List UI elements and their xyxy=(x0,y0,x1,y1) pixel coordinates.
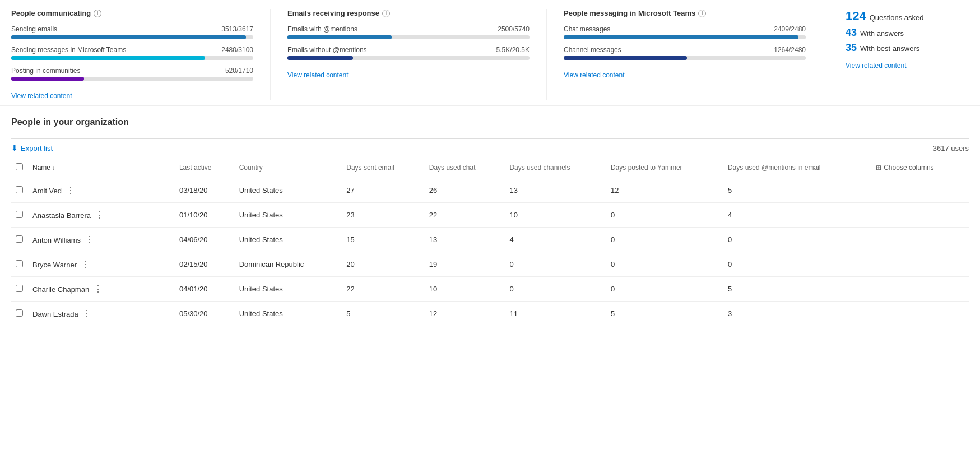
row-days-sent-email: 5 xyxy=(342,302,425,326)
row-checkbox[interactable] xyxy=(16,309,23,317)
emails-no-mentions-bar-bg xyxy=(287,56,530,60)
people-messaging-view-link[interactable]: View related content xyxy=(564,71,625,79)
row-days-sent-email: 27 xyxy=(342,178,425,203)
row-actions xyxy=(871,178,969,203)
row-days-used-channels: 13 xyxy=(505,178,606,203)
row-checkbox[interactable] xyxy=(16,260,23,267)
export-list-button[interactable]: ⬇ Export list xyxy=(11,143,53,152)
checkbox-col-header xyxy=(11,157,28,178)
org-section: People in your organization ⬇ Export lis… xyxy=(0,106,980,326)
emails-mentions-metric: Emails with @mentions 2500/5740 xyxy=(287,25,530,39)
sending-teams-label: Sending messages in Microsoft Teams xyxy=(11,46,126,54)
questions-asked-stat: 124 Questions asked xyxy=(846,9,969,24)
row-checkbox-cell xyxy=(11,302,28,326)
row-checkbox-cell xyxy=(11,252,28,277)
row-days-used-mentions: 4 xyxy=(723,203,871,228)
row-name-cell: Anastasia Barrera ⋮ xyxy=(28,203,175,228)
row-days-used-mentions: 0 xyxy=(723,252,871,277)
row-days-posted-yammer: 0 xyxy=(606,228,723,252)
with-answers-label: With answers xyxy=(860,29,904,38)
row-name: Anton Williams xyxy=(32,236,81,244)
sending-teams-metric: Sending messages in Microsoft Teams 2480… xyxy=(11,46,253,60)
chat-messages-bar-fill xyxy=(564,35,798,39)
with-best-answers-label: With best answers xyxy=(860,44,919,53)
row-days-posted-yammer: 12 xyxy=(606,178,723,203)
emails-response-view-link[interactable]: View related content xyxy=(287,71,349,79)
row-name: Amit Ved xyxy=(32,187,62,195)
sending-teams-bar-bg xyxy=(11,56,253,60)
row-context-menu[interactable]: ⋮ xyxy=(64,186,78,195)
table-row: Bryce Warner ⋮ 02/15/20 Dominican Republ… xyxy=(11,252,969,277)
questions-view-link[interactable]: View related content xyxy=(846,62,907,70)
channel-messages-bar-fill xyxy=(564,56,687,60)
row-name-cell: Charlie Chapman ⋮ xyxy=(28,277,175,302)
row-days-posted-yammer: 0 xyxy=(606,277,723,302)
row-country: United States xyxy=(235,228,342,252)
name-col-header[interactable]: Name ↓ xyxy=(28,157,175,178)
row-days-posted-yammer: 0 xyxy=(606,252,723,277)
row-checkbox-cell xyxy=(11,277,28,302)
questions-panel: 124 Questions asked 43 With answers 35 W… xyxy=(840,9,969,100)
row-name: Charlie Chapman xyxy=(32,285,89,294)
org-title: People in your organization xyxy=(11,117,969,127)
chat-messages-value: 2409/2480 xyxy=(774,25,806,33)
row-context-menu[interactable]: ⋮ xyxy=(80,309,94,318)
people-messaging-info-icon[interactable]: i xyxy=(698,10,706,17)
posting-communities-metric: Posting in communities 520/1710 xyxy=(11,67,253,81)
row-days-used-chat: 22 xyxy=(425,203,505,228)
row-checkbox[interactable] xyxy=(16,211,23,218)
row-days-used-mentions: 3 xyxy=(723,302,871,326)
row-checkbox[interactable] xyxy=(16,285,23,292)
days-used-channels-col-header: Days used channels xyxy=(505,157,606,178)
name-sort-icon: ↓ xyxy=(52,165,55,171)
days-used-mentions-col-header: Days used @mentions in email xyxy=(723,157,871,178)
row-days-posted-yammer: 5 xyxy=(606,302,723,326)
row-days-sent-email: 15 xyxy=(342,228,425,252)
emails-mentions-bar-bg xyxy=(287,35,530,39)
row-checkbox-cell xyxy=(11,228,28,252)
row-days-used-channels: 0 xyxy=(505,252,606,277)
row-checkbox[interactable] xyxy=(16,186,23,193)
row-name: Bryce Warner xyxy=(32,261,77,269)
people-table: Name ↓ Last active Country Days sent ema… xyxy=(11,157,969,326)
sending-emails-label: Sending emails xyxy=(11,25,57,33)
sending-teams-bar-fill xyxy=(11,56,205,60)
row-checkbox[interactable] xyxy=(16,235,23,243)
table-row: Dawn Estrada ⋮ 05/30/20 United States 5 … xyxy=(11,302,969,326)
sending-emails-metric: Sending emails 3513/3617 xyxy=(11,25,253,39)
people-communicating-view-link[interactable]: View related content xyxy=(11,92,72,100)
row-days-used-mentions: 0 xyxy=(723,228,871,252)
table-row: Amit Ved ⋮ 03/18/20 United States 27 26 … xyxy=(11,178,969,203)
channel-messages-bar-bg xyxy=(564,56,806,60)
row-context-menu[interactable]: ⋮ xyxy=(93,210,107,220)
row-context-menu[interactable]: ⋮ xyxy=(79,260,93,269)
row-days-used-chat: 26 xyxy=(425,178,505,203)
row-days-used-channels: 4 xyxy=(505,228,606,252)
row-name: Anastasia Barrera xyxy=(32,211,91,220)
days-used-chat-col-header: Days used chat xyxy=(425,157,505,178)
row-last-active: 01/10/20 xyxy=(175,203,235,228)
questions-asked-label: Questions asked xyxy=(870,13,924,22)
emails-mentions-value: 2500/5740 xyxy=(498,25,530,33)
row-days-sent-email: 22 xyxy=(342,277,425,302)
with-answers-number: 43 xyxy=(846,27,857,39)
row-context-menu[interactable]: ⋮ xyxy=(83,235,97,244)
row-actions xyxy=(871,203,969,228)
posting-communities-label: Posting in communities xyxy=(11,67,80,75)
emails-response-info-icon[interactable]: i xyxy=(382,10,390,17)
select-all-checkbox[interactable] xyxy=(16,163,23,170)
with-answers-stat: 43 With answers xyxy=(846,27,969,39)
row-actions xyxy=(871,302,969,326)
days-sent-email-col-header: Days sent email xyxy=(342,157,425,178)
row-days-used-mentions: 5 xyxy=(723,277,871,302)
row-days-sent-email: 20 xyxy=(342,252,425,277)
emails-response-panel: Emails receiving response i Emails with … xyxy=(287,9,547,100)
last-active-col-header: Last active xyxy=(175,157,235,178)
people-communicating-info-icon[interactable]: i xyxy=(94,10,101,17)
emails-mentions-label: Emails with @mentions xyxy=(287,25,357,33)
choose-columns-button[interactable]: ⊞ Choose columns xyxy=(876,164,933,172)
row-last-active: 05/30/20 xyxy=(175,302,235,326)
people-messaging-panel: People messaging in Microsoft Teams i Ch… xyxy=(564,9,823,100)
row-days-used-channels: 11 xyxy=(505,302,606,326)
row-context-menu[interactable]: ⋮ xyxy=(91,284,105,294)
